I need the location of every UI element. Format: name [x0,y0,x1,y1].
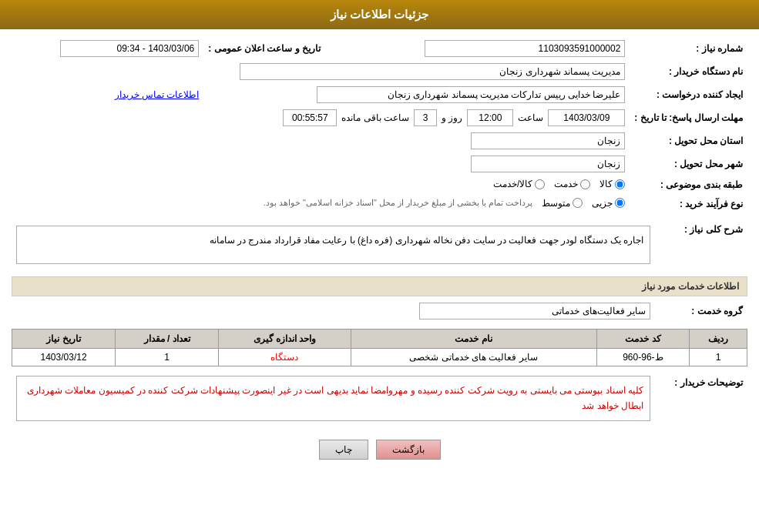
announcement-date-value-cell: 1403/03/06 - 09:34 [12,37,203,60]
category-row: طبقه بندی موضوعی : کالا خدمت [12,176,747,195]
days-input: 3 [414,109,437,126]
page-wrapper: جزئیات اطلاعات نیاز شماره نیاز : 1103093… [0,0,759,532]
col-name: نام خدمت [351,330,596,349]
category-label: طبقه بندی موضوعی : [630,176,747,195]
remaining-label: ساعت باقی مانده [341,112,409,123]
cell-radif: 1 [690,349,747,366]
buyer-org-value-cell: مدیریت پسماند شهرداری زنجان [12,60,630,83]
services-table-head: ردیف کد خدمت نام خدمت واحد اندازه گیری ت… [12,330,747,349]
info-table-1: شماره نیاز : 1103093591000002 تاریخ و سا… [12,37,747,213]
need-number-value-cell: 1103093591000002 [358,37,630,60]
page-header: جزئیات اطلاعات نیاز [0,0,759,29]
requester-input: علیرضا خدایی رییس تدارکات مدیریت پسماند … [317,86,625,103]
process-radio-group: جزیی متوسط پرداخت تمام یا بخشی از مبلغ خ… [264,198,626,209]
announcement-date-input: 1403/03/06 - 09:34 [60,40,199,57]
page-title: جزئیات اطلاعات نیاز [331,8,428,21]
radio-jozii-input[interactable] [615,198,625,208]
notes-row: توضیحات خریدار : کلیه اسناد بپوستی می با… [12,373,747,424]
contact-link[interactable]: اطلاعات تماس خریدار [115,89,200,100]
city-label: شهر محل تحویل : [630,152,747,176]
services-group-table: گروه خدمت : سایر فعالیت‌های خدماتی [12,299,747,323]
city-row: شهر محل تحویل : زنجان [12,152,747,176]
process-description: پرداخت تمام یا بخشی از مبلغ خریدار از مح… [264,198,533,208]
content-area: شماره نیاز : 1103093591000002 تاریخ و سا… [0,29,759,473]
radio-kala-khedmat-input[interactable] [535,179,545,189]
province-label: استان محل تحویل : [630,129,747,152]
description-row: شرح کلی نیاز : اجاره یک دستگاه لودر جهت … [12,219,747,270]
category-value-cell: کالا خدمت کالا/خدمت [12,176,630,195]
need-number-input: 1103093591000002 [425,40,625,57]
days-label: روز و [442,112,462,123]
process-value-cell: جزیی متوسط پرداخت تمام یا بخشی از مبلغ خ… [12,195,630,214]
services-section-title: اطلاعات خدمات مورد نیاز [12,276,747,296]
radio-khedmat-input[interactable] [580,179,590,189]
col-radif: ردیف [690,330,747,349]
radio-kala-khedmat: کالا/خدمت [493,179,545,189]
radio-khedmat-label: خدمت [554,179,578,189]
col-unit: واحد اندازه گیری [219,330,351,349]
radio-jozii-label: جزیی [592,198,613,209]
description-box: اجاره یک دستگاه لودر جهت فعالیت در سایت … [16,226,650,264]
requester-label: ایجاد کننده درخواست : [630,83,747,106]
deadline-label: مهلت ارسال پاسخ: تا تاریخ : [630,106,747,129]
process-row: نوع فرآیند خرید : جزیی متوسط پرداخت تمام… [12,195,747,214]
need-number-row: شماره نیاز : 1103093591000002 تاریخ و سا… [12,37,747,60]
radio-mottaset: متوسط [542,198,583,209]
cell-name: سایر فعالیت های خدماتی شخصی [351,349,596,366]
province-input: زنجان [471,132,625,149]
notes-label: توضیحات خریدار : [655,373,747,424]
services-data-table: ردیف کد خدمت نام خدمت واحد اندازه گیری ت… [12,329,747,366]
buyer-org-input: مدیریت پسماند شهرداری زنجان [240,63,625,80]
province-value-cell: زنجان [12,129,630,152]
contact-link-cell: اطلاعات تماس خریدار [12,83,203,106]
city-value-cell: زنجان [12,152,630,176]
radio-kala-label: کالا [599,179,613,189]
services-table-body: 1 ط-96-960 سایر فعالیت های خدماتی شخصی د… [12,349,747,366]
response-time-label: ساعت [518,112,543,123]
announcement-date-label: تاریخ و ساعت اعلان عمومی : [203,37,358,60]
table-row: 1 ط-96-960 سایر فعالیت های خدماتی شخصی د… [12,349,747,366]
services-group-label: گروه خدمت : [655,299,747,323]
cell-date: 1403/03/12 [12,349,116,366]
city-input: زنجان [471,156,625,172]
radio-kala: کالا [599,179,625,189]
requester-row: ایجاد کننده درخواست : علیرضا خدایی رییس … [12,83,747,106]
radio-kala-input[interactable] [615,179,625,189]
cell-count: 1 [116,349,219,366]
response-date-input: 1403/03/09 [548,109,625,126]
response-time-input: 12:00 [467,109,513,126]
description-value-cell: اجاره یک دستگاه لودر جهت فعالیت در سایت … [12,219,655,270]
services-header-row: ردیف کد خدمت نام خدمت واحد اندازه گیری ت… [12,330,747,349]
deadline-row-flex: 1403/03/09 ساعت 12:00 روز و 3 ساعت باقی … [16,109,625,126]
notes-table: توضیحات خریدار : کلیه اسناد بپوستی می با… [12,373,747,424]
need-number-label: شماره نیاز : [630,37,747,60]
deadline-value-cell: 1403/03/09 ساعت 12:00 روز و 3 ساعت باقی … [12,106,630,129]
description-table: شرح کلی نیاز : اجاره یک دستگاه لودر جهت … [12,219,747,270]
notes-box: کلیه اسناد بپوستی می بایستی به رویت شرکت… [16,376,650,421]
cell-code: ط-96-960 [596,349,690,366]
services-group-row: گروه خدمت : سایر فعالیت‌های خدماتی [12,299,747,323]
radio-mottaset-label: متوسط [542,198,570,209]
col-date: تاریخ نیاز [12,330,116,349]
back-button[interactable]: بازگشت [376,440,441,460]
radio-kala-khedmat-label: کالا/خدمت [493,179,532,189]
print-button[interactable]: چاپ [319,440,368,460]
deadline-row: مهلت ارسال پاسخ: تا تاریخ : 1403/03/09 س… [12,106,747,129]
buyer-org-label: نام دستگاه خریدار : [630,60,747,83]
cell-unit: دستگاه [219,349,351,366]
process-label: نوع فرآیند خرید : [630,195,747,214]
buyer-org-row: نام دستگاه خریدار : مدیریت پسماند شهردار… [12,60,747,83]
requester-value-cell: علیرضا خدایی رییس تدارکات مدیریت پسماند … [203,83,630,106]
radio-mottaset-input[interactable] [573,198,583,208]
remaining-input: 00:55:57 [283,109,337,126]
services-group-input: سایر فعالیت‌های خدماتی [419,303,650,320]
footer-buttons: بازگشت چاپ [12,430,747,466]
radio-jozii: جزیی [592,198,625,209]
description-label: شرح کلی نیاز : [655,219,747,270]
notes-value-cell: کلیه اسناد بپوستی می بایستی به رویت شرکت… [12,373,655,424]
category-radio-group: کالا خدمت کالا/خدمت [493,179,625,189]
radio-khedmat: خدمت [554,179,590,189]
col-count: تعداد / مقدار [116,330,219,349]
province-row: استان محل تحویل : زنجان [12,129,747,152]
col-code: کد خدمت [596,330,690,349]
